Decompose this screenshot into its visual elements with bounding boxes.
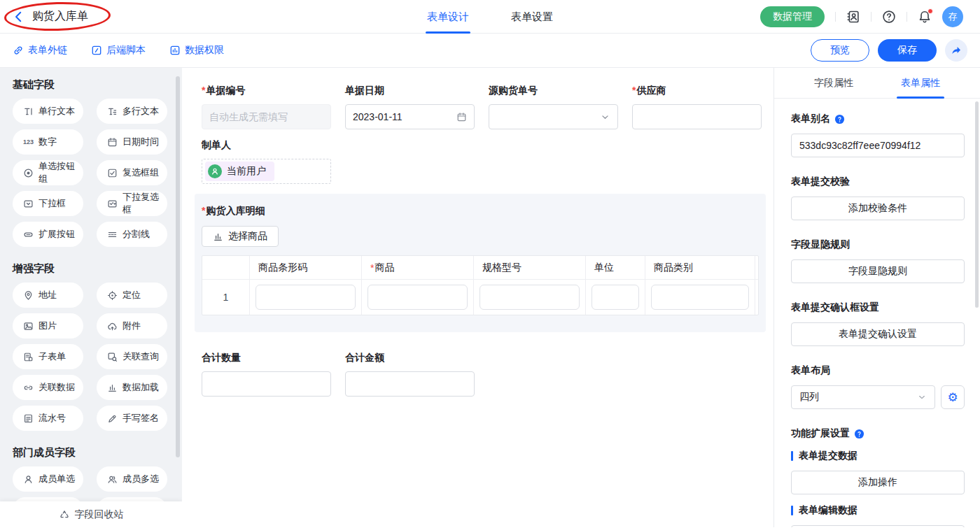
panel-section: 表单提交确认框设置表单提交确认设置 <box>791 301 965 346</box>
notification-bell-icon[interactable] <box>918 10 932 24</box>
sidebar-item-single-line-text[interactable]: 单行文本 <box>13 99 83 124</box>
link-label: 表单外链 <box>28 44 67 57</box>
sidebar-item-address[interactable]: 地址 <box>13 283 83 308</box>
preview-button[interactable]: 预览 <box>811 39 869 62</box>
detail-subform-section[interactable]: 购货入库明细 选择商品 商品条形码商品规格型号单位商品类别1 <box>195 194 766 332</box>
back-icon[interactable] <box>13 10 25 23</box>
sidebar-item-multi-select[interactable]: 下拉复选框 <box>97 191 167 216</box>
sidebar-item-attachment[interactable]: 附件 <box>97 313 167 338</box>
question-icon[interactable] <box>834 114 845 124</box>
form-external-link[interactable]: 表单外链 <box>13 44 67 57</box>
field-total[interactable]: 合计金额 <box>345 352 475 397</box>
tab-form-properties[interactable]: 表单属性 <box>899 68 941 98</box>
radio-group-icon <box>23 168 34 178</box>
multi-select-icon <box>107 199 118 209</box>
add-operation-button[interactable]: 添加操作 <box>791 471 965 494</box>
creator-input[interactable]: 当前用户 <box>202 159 331 184</box>
field-label: 源购货单号 <box>489 85 618 97</box>
layout-settings-button[interactable]: ⚙ <box>941 385 965 409</box>
help-icon[interactable] <box>882 10 896 24</box>
sidebar-item-signature[interactable]: 手写签名 <box>97 406 167 431</box>
sidebar-item-datetime[interactable]: 日期时间 <box>97 129 167 155</box>
sidebar-item-label: 地址 <box>38 289 57 301</box>
recycle-label: 字段回收站 <box>75 508 124 521</box>
doc-date-input[interactable]: 2023-01-11 <box>345 104 475 129</box>
cell-input[interactable] <box>255 285 356 310</box>
linked-data-icon <box>23 383 34 393</box>
cell-input[interactable] <box>368 285 468 310</box>
form-alias-input[interactable] <box>791 134 965 157</box>
sidebar-item-image[interactable]: 图片 <box>13 313 83 338</box>
save-button[interactable]: 保存 <box>878 39 937 62</box>
extension-settings-label: 功能扩展设置 <box>791 427 850 440</box>
cell-input[interactable] <box>479 285 580 310</box>
form-layout-select[interactable]: 四列 <box>791 385 935 409</box>
field-doc-date[interactable]: 单据日期 2023-01-11 <box>345 85 475 129</box>
field-recycle-bin[interactable]: 字段回收站 <box>0 501 182 527</box>
select-icon <box>23 199 34 209</box>
panel-section-heading: 表单提交确认框设置 <box>791 301 965 314</box>
total-input[interactable] <box>202 371 331 397</box>
sidebar-item-radio-group[interactable]: 单选按钮组 <box>13 160 83 185</box>
panel-section-button[interactable]: 表单提交确认设置 <box>791 322 965 346</box>
cell-input[interactable] <box>651 285 749 310</box>
field-source-order[interactable]: 源购货单号 <box>489 85 618 129</box>
tab-field-properties[interactable]: 字段属性 <box>813 68 855 98</box>
checkbox-group-icon <box>107 168 118 178</box>
field-sidebar: 基础字段单行文本多行文本123数字日期时间单选按钮组复选框组下拉框下拉复选框扩展… <box>0 68 182 527</box>
sidebar-item-select[interactable]: 下拉框 <box>13 191 83 216</box>
field-supplier[interactable]: 供应商 <box>632 85 762 129</box>
sidebar-item-multi-line-text[interactable]: 多行文本 <box>97 99 167 124</box>
sidebar-item-extend-button[interactable]: 扩展按钮 <box>13 222 83 247</box>
sidebar-item-linked-query[interactable]: 关联查询 <box>97 344 167 369</box>
multi-line-text-icon <box>107 106 118 117</box>
linked-query-icon <box>107 352 118 362</box>
sidebar-item-member-single[interactable]: 成员单选 <box>13 466 83 492</box>
data-permission-link[interactable]: 数据权限 <box>169 44 224 57</box>
table-cell <box>362 280 474 315</box>
field-label: 合计数量 <box>202 352 331 364</box>
sidebar-item-subform[interactable]: 子表单 <box>13 344 83 369</box>
question-icon[interactable] <box>854 429 864 439</box>
supplier-value[interactable] <box>640 111 754 122</box>
user-avatar[interactable]: 存 <box>942 6 963 27</box>
sidebar-item-label: 成员单选 <box>38 473 75 485</box>
panel-section: 表单提交校验添加校验条件 <box>791 176 965 220</box>
add-operation-button[interactable]: 添加操作 <box>791 525 965 527</box>
sidebar-section-title: 增强字段 <box>13 262 168 276</box>
table-cell <box>645 280 755 315</box>
backend-script-link[interactable]: 后端脚本 <box>91 44 146 57</box>
sidebar-item-locate[interactable]: 定位 <box>97 283 167 308</box>
table-scroll-sliver <box>755 256 769 279</box>
sidebar-pill-grid: 单行文本多行文本123数字日期时间单选按钮组复选框组下拉框下拉复选框扩展按钮分割… <box>13 99 168 247</box>
total-input[interactable] <box>345 371 475 397</box>
contacts-book-icon[interactable] <box>846 10 860 24</box>
sidebar-item-label: 下拉复选框 <box>122 191 164 216</box>
image-icon <box>23 321 34 331</box>
sidebar-scrollbar[interactable] <box>176 76 180 457</box>
sidebar-item-linked-data[interactable]: 关联数据 <box>13 375 83 400</box>
tab-form-settings[interactable]: 表单设置 <box>510 0 554 34</box>
panel-section-button[interactable]: 字段显隐规则 <box>791 259 965 283</box>
source-order-select[interactable] <box>489 104 618 129</box>
cell-input[interactable] <box>592 285 639 310</box>
field-creator[interactable]: 制单人 当前用户 <box>202 139 331 184</box>
attachment-icon <box>107 321 118 331</box>
sidebar-item-label: 下拉框 <box>38 197 66 210</box>
share-button[interactable] <box>945 39 967 62</box>
sidebar-item-checkbox-group[interactable]: 复选框组 <box>97 160 167 185</box>
sidebar-item-data-load[interactable]: 数据加载 <box>97 375 167 400</box>
supplier-input[interactable] <box>632 104 762 129</box>
sidebar-item-number[interactable]: 123数字 <box>13 129 83 155</box>
field-total[interactable]: 合计数量 <box>202 352 331 397</box>
sidebar-item-divider[interactable]: 分割线 <box>97 222 167 247</box>
field-doc-no[interactable]: 单据编号 <box>202 85 331 129</box>
panel-scrollbar[interactable] <box>975 101 979 308</box>
data-manage-button[interactable]: 数据管理 <box>760 6 825 27</box>
panel-section-button[interactable]: 添加校验条件 <box>791 197 965 220</box>
sidebar-item-serial-number[interactable]: 流水号 <box>13 406 83 431</box>
serial-number-icon <box>23 413 34 424</box>
select-product-button[interactable]: 选择商品 <box>202 226 279 247</box>
tab-form-design[interactable]: 表单设计 <box>426 0 470 34</box>
sidebar-item-member-multi[interactable]: 成员多选 <box>97 466 167 492</box>
